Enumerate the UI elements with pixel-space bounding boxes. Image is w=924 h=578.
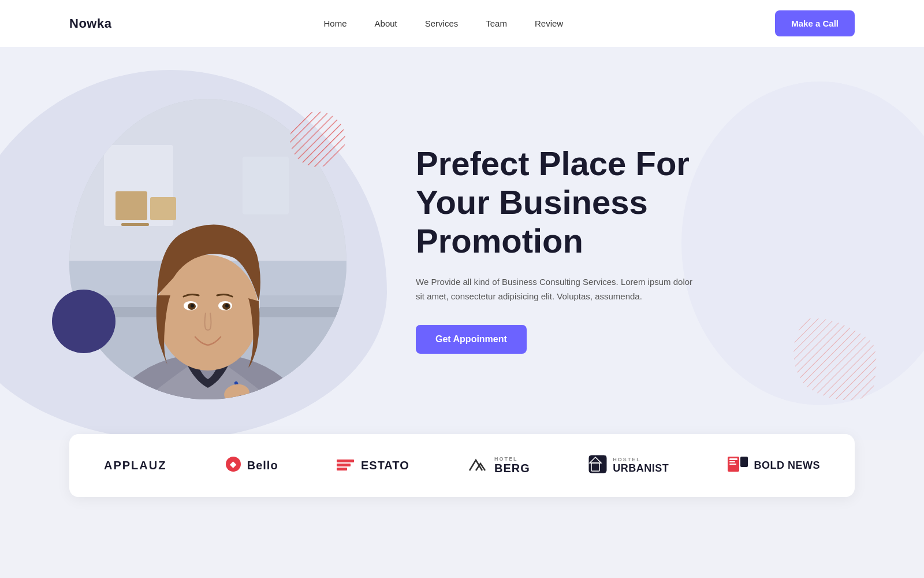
svg-rect-28 xyxy=(337,460,354,462)
nav-item-review[interactable]: Review xyxy=(535,18,563,29)
get-appointment-button[interactable]: Get Appoinment xyxy=(416,325,527,354)
bello-icon: ◆ xyxy=(225,456,241,475)
brand-estato: ESTATO xyxy=(337,458,409,473)
brand-berg: HOTEL BERG xyxy=(468,456,530,475)
nav-item-home[interactable]: Home xyxy=(324,18,347,29)
brand-boldnews: BOLD NEWS xyxy=(727,456,820,475)
svg-rect-36 xyxy=(729,461,735,462)
svg-rect-6 xyxy=(243,157,289,214)
urbanist-text: HOSTEL URBANIST xyxy=(613,457,669,475)
urbanist-icon xyxy=(588,455,607,476)
svg-rect-9 xyxy=(121,223,149,226)
brand-applauz: APPLAUZ xyxy=(104,459,166,472)
estato-label: ESTATO xyxy=(361,459,409,472)
svg-rect-37 xyxy=(729,464,736,465)
nav-links: Home About Services Team Review xyxy=(324,18,564,29)
svg-rect-38 xyxy=(740,457,748,467)
dark-circle-decoration xyxy=(52,290,116,353)
make-call-button[interactable]: Make a Call xyxy=(775,10,855,36)
boldnews-label: BOLD NEWS xyxy=(754,460,820,472)
hero-content: Prefect Place For Your Business Promotio… xyxy=(370,144,739,353)
applauz-icon: APPLAUZ xyxy=(104,459,166,472)
svg-point-1 xyxy=(290,112,345,167)
bello-label: Bello xyxy=(247,459,278,472)
berg-text: HOTEL BERG xyxy=(494,456,530,475)
pink-diagonal-decoration xyxy=(791,313,872,394)
svg-rect-7 xyxy=(116,191,147,220)
hero-title: Prefect Place For Your Business Promotio… xyxy=(416,144,739,260)
svg-rect-30 xyxy=(337,468,347,470)
brand-urbanist: HOSTEL URBANIST xyxy=(588,455,669,476)
nav-item-team[interactable]: Team xyxy=(486,18,507,29)
svg-point-21 xyxy=(225,304,229,307)
hero-image-container xyxy=(69,99,370,399)
berg-icon xyxy=(468,457,489,475)
hero-description: We Provide all kind of Business Consulti… xyxy=(416,275,693,304)
svg-rect-8 xyxy=(150,197,176,220)
site-logo: Nowka xyxy=(69,16,111,31)
boldnews-icon xyxy=(727,456,748,475)
nav-item-services[interactable]: Services xyxy=(425,18,459,29)
brands-section: APPLAUZ ◆ Bello ESTATO xyxy=(0,434,924,497)
svg-rect-29 xyxy=(337,464,351,466)
estato-icon xyxy=(337,458,355,473)
hero-section: Prefect Place For Your Business Promotio… xyxy=(0,47,924,440)
svg-point-20 xyxy=(191,304,194,307)
nav-item-about[interactable]: About xyxy=(375,18,397,29)
navbar: Nowka Home About Services Team Review Ma… xyxy=(0,0,924,47)
svg-rect-35 xyxy=(729,458,737,460)
svg-text:◆: ◆ xyxy=(229,460,237,469)
brand-bello: ◆ Bello xyxy=(225,456,278,475)
red-diagonal-decoration xyxy=(289,110,346,168)
